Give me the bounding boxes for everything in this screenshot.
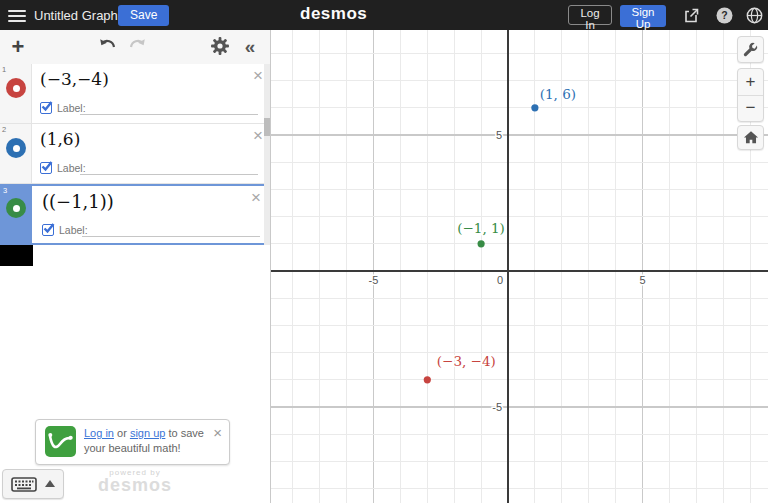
row-index: 1 <box>2 65 6 74</box>
svg-text:?: ? <box>721 9 727 21</box>
signup-button[interactable]: Sign Up <box>620 5 666 27</box>
expression-text[interactable]: (1,6) <box>40 129 80 149</box>
point-label: (−1, 1) <box>457 220 505 236</box>
close-icon[interactable]: × <box>253 126 263 146</box>
graph-point[interactable] <box>531 104 538 111</box>
point-style-icon[interactable] <box>6 138 26 158</box>
expression-text[interactable]: (−3,−4) <box>40 69 109 89</box>
zoom-controls: + − <box>737 68 764 122</box>
graph-point[interactable] <box>424 376 431 383</box>
label-checkbox[interactable] <box>40 102 52 114</box>
point-style-icon[interactable] <box>6 198 26 218</box>
black-rectangle-artifact <box>0 245 33 266</box>
label-caption: Label: <box>57 162 86 174</box>
desmos-logo: desmos <box>300 4 367 24</box>
row-index: 2 <box>2 125 6 134</box>
label-input[interactable] <box>82 236 260 237</box>
panel-scrollbar-thumb[interactable] <box>264 118 270 136</box>
y-axis-tick-label: 5 <box>496 129 502 141</box>
graph-point[interactable] <box>478 240 485 247</box>
expression-text[interactable]: ((−1,1)) <box>42 191 114 212</box>
x-axis-tick-label: 5 <box>639 274 645 286</box>
y-axis-tick-label: -5 <box>492 401 502 413</box>
expression-row-2[interactable]: 2 (1,6) × Label: <box>0 124 270 184</box>
row-index: 3 <box>3 186 7 195</box>
label-caption: Label: <box>57 102 86 114</box>
x-axis-tick-label: -5 <box>369 274 379 286</box>
point-label: (1, 6) <box>540 86 576 102</box>
expression-toolbar: + « <box>0 30 270 65</box>
close-icon[interactable]: × <box>213 424 222 441</box>
graph-settings-gear-icon[interactable] <box>208 36 232 60</box>
expression-gutter-2[interactable]: 2 <box>0 124 32 183</box>
open-keyboard-arrow-icon <box>45 480 55 487</box>
collapse-panel-button[interactable]: « <box>238 35 262 59</box>
login-link[interactable]: Log in <box>84 427 114 439</box>
graph-plot: -5055-5(−3, −4)(1, 6)(−1, 1) <box>270 30 768 503</box>
desmos-green-logo-icon <box>45 426 76 457</box>
label-input[interactable] <box>80 174 258 175</box>
expression-gutter-1[interactable]: 1 <box>0 64 32 123</box>
zoom-out-button[interactable]: − <box>738 95 763 121</box>
point-label: (−3, −4) <box>437 353 496 369</box>
language-globe-icon[interactable] <box>746 7 763 24</box>
redo-icon[interactable] <box>125 35 149 59</box>
add-expression-button[interactable]: + <box>6 35 30 59</box>
expression-gutter-3[interactable]: 3 <box>0 184 32 245</box>
graph-canvas[interactable]: -5055-5(−3, −4)(1, 6)(−1, 1) + − <box>270 30 768 503</box>
login-button[interactable]: Log In <box>568 5 612 25</box>
close-icon[interactable]: × <box>251 188 261 208</box>
login-prompt-card: Log in or sign up to save your beautiful… <box>35 419 230 465</box>
menu-icon[interactable] <box>8 7 26 23</box>
share-icon[interactable] <box>683 7 700 24</box>
expression-panel: + « 1 (−3,−4) × <box>0 30 271 503</box>
undo-icon[interactable] <box>95 35 119 59</box>
label-checkbox[interactable] <box>40 162 52 174</box>
panel-scrollbar[interactable] <box>264 64 270 245</box>
graph-title[interactable]: Untitled Graph <box>34 8 118 23</box>
label-checkbox[interactable] <box>42 224 54 236</box>
label-input[interactable] <box>80 114 258 115</box>
zoom-in-button[interactable]: + <box>738 69 763 96</box>
help-icon[interactable]: ? <box>716 7 733 24</box>
login-prompt-text: Log in or sign up to save your beautiful… <box>84 426 204 456</box>
graph-settings-wrench-button[interactable] <box>737 36 764 63</box>
expression-row-3-selected[interactable]: 3 ((−1,1)) × Label: <box>0 184 270 245</box>
x-axis-tick-label: 0 <box>497 274 503 286</box>
signup-link[interactable]: sign up <box>130 427 165 439</box>
show-keyboard-button[interactable] <box>2 469 64 499</box>
point-style-icon[interactable] <box>6 78 26 98</box>
close-icon[interactable]: × <box>253 66 263 86</box>
top-bar: Untitled Graph Save desmos Log In Sign U… <box>0 0 768 30</box>
save-button[interactable]: Save <box>118 5 169 26</box>
default-viewport-home-button[interactable] <box>737 125 764 150</box>
expression-row-1[interactable]: 1 (−3,−4) × Label: <box>0 64 270 124</box>
label-caption: Label: <box>59 224 88 236</box>
